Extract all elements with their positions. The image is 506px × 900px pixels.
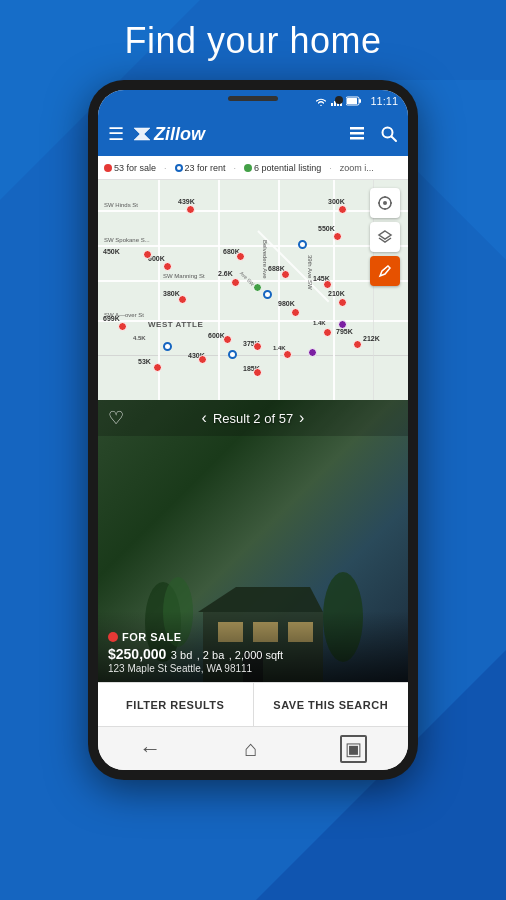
price-14k: 1.4K (313, 320, 326, 326)
property-card: ♡ ‹ Result 2 of 57 › (98, 400, 408, 682)
price-45k: 4.5K (133, 335, 146, 341)
pin-red-3 (333, 232, 342, 241)
filter-bar: 53 for sale · 23 for rent · 6 potential … (98, 156, 408, 180)
street-sw-hinds (98, 210, 408, 212)
pin-red-5 (163, 262, 172, 271)
price-550k: 550K (318, 225, 335, 232)
zillow-logo-icon (130, 124, 154, 144)
label-belvedere: Belvedere Ave (262, 240, 268, 279)
svg-line-17 (382, 266, 388, 271)
pin-red-21 (253, 368, 262, 377)
label-sw-manning: SW Manning St (163, 273, 205, 279)
search-icon[interactable] (380, 125, 398, 143)
pin-red-13 (291, 308, 300, 317)
map-background: SW Hinds St SW Spokane S... SW Manning S… (98, 180, 408, 400)
menu-icon[interactable]: ☰ (108, 123, 124, 145)
price-26k: 2.6K (218, 270, 233, 277)
pin-green-1 (253, 283, 262, 292)
pin-red-2 (338, 205, 347, 214)
phone-speaker (228, 96, 278, 101)
price-980k: 980K (278, 300, 295, 307)
price-212k: 212K (363, 335, 380, 342)
potential-label: 6 potential listing (254, 163, 321, 173)
price-300k: 300K (328, 198, 345, 205)
draw-button[interactable] (370, 256, 400, 286)
property-sqft: 2,000 sqft (235, 649, 283, 661)
zoom-label[interactable]: zoom i... (340, 163, 374, 173)
pin-red-15 (353, 340, 362, 349)
zillow-logo: Zillow (130, 124, 348, 145)
pin-red-6 (236, 252, 245, 261)
back-button[interactable]: ← (139, 736, 161, 762)
for-sale-label: 53 for sale (114, 163, 156, 173)
nav-bar: ← ⌂ ▣ (98, 726, 408, 770)
property-image[interactable]: FOR SALE $250,000 3 bd , 2 ba , 2,000 sq… (98, 400, 408, 682)
svg-rect-6 (350, 132, 364, 135)
area-label-west: WEST ATTLE (148, 320, 203, 329)
price-699k: 699K (103, 315, 120, 322)
list-view-icon[interactable] (348, 125, 366, 143)
wifi-icon (315, 96, 327, 106)
potential-dot (244, 164, 252, 172)
for-sale-filter[interactable]: 53 for sale (104, 163, 156, 173)
pin-blue-2 (263, 290, 272, 299)
for-rent-label: 23 for rent (185, 163, 226, 173)
property-price: $250,000 (108, 646, 166, 662)
pin-blue-1 (298, 240, 307, 249)
pin-blue-4 (228, 350, 237, 359)
next-button[interactable]: › (293, 409, 310, 427)
pin-red-9 (178, 295, 187, 304)
street-h-bottom (98, 355, 408, 356)
pin-red-18 (283, 350, 292, 359)
street-sw-aover (98, 320, 408, 322)
for-sale-dot (104, 164, 112, 172)
save-search-button[interactable]: SAVE THIS SEARCH (254, 683, 409, 726)
sale-status-label: FOR SALE (122, 631, 182, 643)
pin-red-19 (198, 355, 207, 364)
page-headline: Find your home (124, 20, 381, 62)
pin-red-11 (338, 298, 347, 307)
zillow-brand-name: Zillow (154, 124, 205, 145)
potential-filter[interactable]: 6 potential listing (244, 163, 321, 173)
price-795k: 795K (336, 328, 353, 335)
svg-marker-21 (198, 587, 323, 612)
filter-divider-3: · (329, 163, 332, 173)
phone-camera (335, 96, 343, 104)
svg-point-11 (383, 201, 387, 205)
pin-purple-2 (308, 348, 317, 357)
status-bar: 11:11 (98, 90, 408, 112)
phone-frame: 11:11 ☰ Zillow (88, 80, 418, 780)
pin-purple-1 (338, 320, 347, 329)
battery-icon (346, 96, 362, 106)
home-button[interactable]: ⌂ (244, 736, 257, 762)
pin-red-12 (118, 322, 127, 331)
map-area[interactable]: SW Hinds St SW Spokane S... SW Manning S… (98, 180, 408, 400)
price-450k: 450K (103, 248, 120, 255)
svg-marker-16 (379, 231, 391, 239)
price-53k: 53K (138, 358, 151, 365)
favorite-button[interactable]: ♡ (108, 407, 124, 429)
price-439k: 439K (178, 198, 195, 205)
location-button[interactable] (370, 188, 400, 218)
label-sw-hinds: SW Hinds St (104, 202, 138, 208)
street-sw-spokane (98, 245, 408, 247)
property-price-row: $250,000 3 bd , 2 ba , 2,000 sqft (108, 645, 398, 663)
prev-button[interactable]: ‹ (196, 409, 213, 427)
label-39th: 39th Ave SW (307, 255, 313, 290)
pin-red-7 (281, 270, 290, 279)
filter-divider-2: · (234, 163, 237, 173)
recent-apps-button[interactable]: ▣ (340, 735, 367, 763)
svg-line-9 (392, 137, 397, 142)
property-baths: 2 ba (203, 649, 224, 661)
label-sw-spokane: SW Spokane S... (104, 237, 150, 243)
layers-button[interactable] (370, 222, 400, 252)
street-v-3 (278, 180, 280, 400)
pin-red-17 (253, 342, 262, 351)
pin-blue-3 (163, 342, 172, 351)
svg-rect-2 (347, 98, 357, 104)
price-210k: 210K (328, 290, 345, 297)
for-rent-filter[interactable]: 23 for rent (175, 163, 226, 173)
price-380k: 380K (163, 290, 180, 297)
filter-results-button[interactable]: FILTER RESULTS (98, 683, 254, 726)
for-sale-badge: FOR SALE (108, 631, 398, 643)
